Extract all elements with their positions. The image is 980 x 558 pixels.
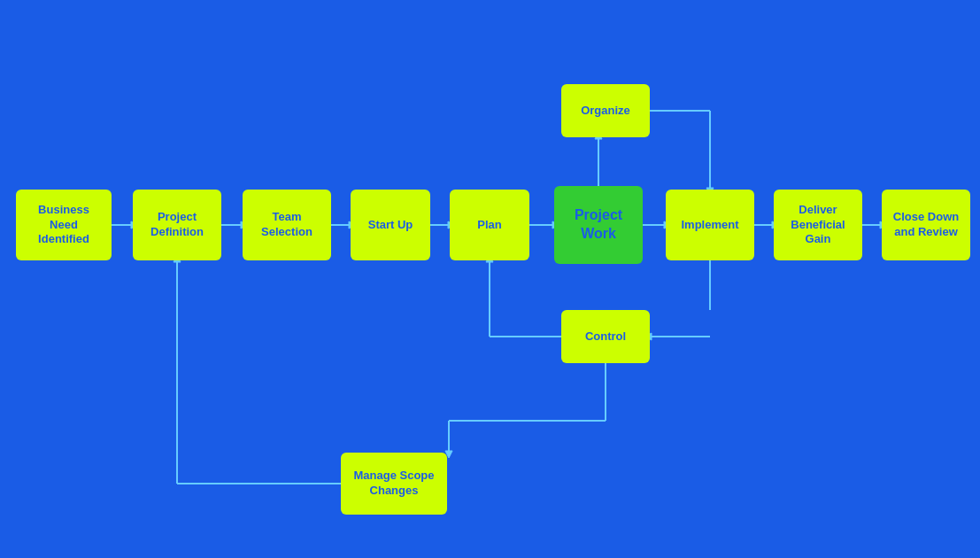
implement-node: Implement bbox=[666, 190, 754, 260]
organize-node: Organize bbox=[561, 84, 650, 137]
project-work-node: ProjectWork bbox=[554, 186, 643, 264]
start-up-node: Start Up bbox=[351, 190, 430, 260]
diagram-container: BusinessNeedIdentifiedProjectDefinitionT… bbox=[0, 0, 980, 558]
project-def-node: ProjectDefinition bbox=[133, 190, 221, 260]
business-need-node: BusinessNeedIdentified bbox=[16, 190, 112, 260]
manage-scope-node: Manage ScopeChanges bbox=[341, 453, 447, 515]
arrows-svg bbox=[0, 0, 980, 558]
deliver-node: DeliverBeneficialGain bbox=[774, 190, 862, 260]
plan-node: Plan bbox=[450, 190, 529, 260]
control-node: Control bbox=[561, 310, 650, 363]
team-sel-node: TeamSelection bbox=[243, 190, 331, 260]
close-down-node: Close Downand Review bbox=[882, 190, 970, 260]
